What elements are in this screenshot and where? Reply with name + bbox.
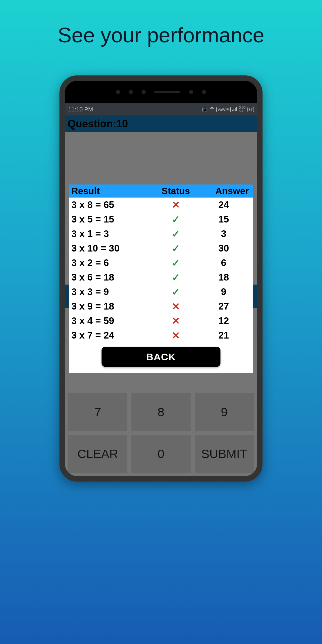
result-row: 3 x 7 = 24✕21 xyxy=(71,328,251,343)
correct-answer: 18 xyxy=(196,272,251,283)
result-row: 3 x 3 = 9✓9 xyxy=(71,285,251,299)
check-icon: ✓ xyxy=(155,214,196,225)
cross-icon: ✕ xyxy=(155,315,196,327)
correct-answer: 6 xyxy=(196,257,251,268)
correct-answer: 30 xyxy=(196,243,251,254)
result-expression: 3 x 9 = 18 xyxy=(71,301,155,312)
correct-answer: 15 xyxy=(196,214,251,225)
result-row: 3 x 8 = 65✕24 xyxy=(71,198,251,212)
results-table-body: 3 x 8 = 65✕243 x 5 = 15✓153 x 1 = 3✓33 x… xyxy=(69,198,253,343)
header-status: Status xyxy=(155,186,196,196)
result-expression: 3 x 3 = 9 xyxy=(71,286,155,297)
correct-answer: 12 xyxy=(196,315,251,326)
check-icon: ✓ xyxy=(155,272,196,283)
result-row: 3 x 9 = 18✕27 xyxy=(71,299,251,314)
correct-answer: 21 xyxy=(196,330,251,341)
result-expression: 3 x 4 = 59 xyxy=(71,315,155,326)
phone-mockup: 11:10 PM 📳 VoWiFi 0.00B/S 37 xyxy=(59,75,263,482)
result-expression: 3 x 1 = 3 xyxy=(71,228,155,239)
check-icon: ✓ xyxy=(155,257,196,269)
result-row: 3 x 2 = 6✓6 xyxy=(71,256,251,270)
correct-answer: 24 xyxy=(196,199,251,210)
result-expression: 3 x 7 = 24 xyxy=(71,330,155,341)
results-dialog: Result Status Answer 3 x 8 = 65✕243 x 5 … xyxy=(69,184,253,373)
header-result: Result xyxy=(71,186,155,196)
result-expression: 3 x 2 = 6 xyxy=(71,257,155,268)
correct-answer: 3 xyxy=(196,228,251,239)
check-icon: ✓ xyxy=(155,286,196,298)
phone-screen: 11:10 PM 📳 VoWiFi 0.00B/S 37 xyxy=(65,103,257,476)
result-expression: 3 x 8 = 65 xyxy=(71,199,155,210)
result-row: 3 x 6 = 18✓18 xyxy=(71,270,251,285)
results-table-header: Result Status Answer xyxy=(69,184,253,198)
cross-icon: ✕ xyxy=(155,330,196,341)
cross-icon: ✕ xyxy=(155,301,196,312)
result-expression: 3 x 5 = 15 xyxy=(71,214,155,225)
phone-hardware-top xyxy=(65,81,257,103)
result-expression: 3 x 6 = 18 xyxy=(71,272,155,283)
correct-answer: 27 xyxy=(196,301,251,312)
result-expression: 3 x 10 = 30 xyxy=(71,243,155,254)
result-row: 3 x 1 = 3✓3 xyxy=(71,227,251,241)
check-icon: ✓ xyxy=(155,228,196,240)
back-button[interactable]: BACK xyxy=(102,347,220,367)
check-icon: ✓ xyxy=(155,243,196,254)
correct-answer: 9 xyxy=(196,286,251,297)
result-row: 3 x 10 = 30✓30 xyxy=(71,241,251,256)
header-answer: Answer xyxy=(196,186,251,196)
result-row: 3 x 4 = 59✕12 xyxy=(71,314,251,328)
phone-bezel: 11:10 PM 📳 VoWiFi 0.00B/S 37 xyxy=(65,81,257,476)
result-row: 3 x 5 = 15✓15 xyxy=(71,212,251,227)
cross-icon: ✕ xyxy=(155,199,196,211)
promo-title: See your performance xyxy=(0,0,322,47)
